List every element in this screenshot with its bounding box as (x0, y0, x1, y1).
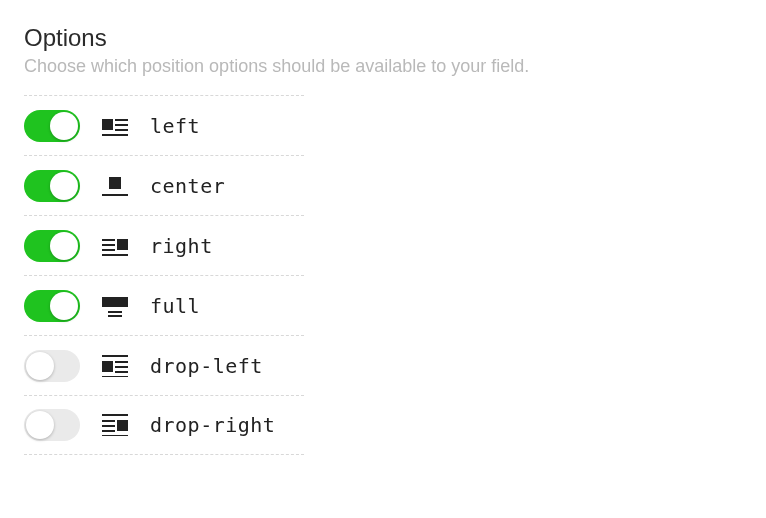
toggle-full[interactable] (24, 290, 80, 322)
option-label-drop-left: drop-left (150, 354, 263, 378)
svg-rect-18 (115, 366, 128, 368)
option-row-drop-right: drop-right (24, 395, 304, 455)
align-drop-left-icon (102, 355, 128, 377)
svg-rect-21 (102, 414, 128, 416)
option-row-center: center (24, 155, 304, 215)
svg-rect-2 (115, 124, 128, 126)
svg-rect-16 (102, 361, 113, 372)
option-label-center: center (150, 174, 225, 198)
svg-rect-12 (102, 297, 128, 307)
svg-rect-3 (115, 129, 128, 131)
toggle-drop-right[interactable] (24, 409, 80, 441)
align-full-icon (102, 295, 128, 317)
toggle-right[interactable] (24, 230, 80, 262)
align-drop-right-icon (102, 414, 128, 436)
svg-rect-5 (109, 177, 121, 189)
option-label-full: full (150, 294, 200, 318)
svg-rect-0 (102, 119, 113, 130)
svg-rect-7 (117, 239, 128, 250)
svg-rect-25 (102, 430, 115, 432)
svg-rect-19 (115, 371, 128, 373)
svg-rect-23 (102, 420, 115, 422)
svg-rect-26 (102, 435, 128, 436)
svg-rect-10 (102, 249, 115, 251)
svg-rect-17 (115, 361, 128, 363)
toggle-center[interactable] (24, 170, 80, 202)
svg-rect-8 (102, 239, 115, 241)
options-description: Choose which position options should be … (24, 56, 742, 77)
options-list: left center right (24, 95, 742, 455)
align-left-icon (102, 115, 128, 137)
svg-rect-14 (108, 315, 122, 317)
toggle-drop-left[interactable] (24, 350, 80, 382)
option-row-drop-left: drop-left (24, 335, 304, 395)
svg-rect-11 (102, 254, 128, 256)
option-row-right: right (24, 215, 304, 275)
align-right-icon (102, 235, 128, 257)
option-row-left: left (24, 95, 304, 155)
svg-rect-1 (115, 119, 128, 121)
option-label-drop-right: drop-right (150, 413, 275, 437)
svg-rect-15 (102, 355, 128, 357)
svg-rect-24 (102, 425, 115, 427)
option-row-full: full (24, 275, 304, 335)
align-center-icon (102, 175, 128, 197)
svg-rect-4 (102, 134, 128, 136)
svg-rect-6 (102, 194, 128, 196)
svg-rect-13 (108, 311, 122, 313)
toggle-left[interactable] (24, 110, 80, 142)
option-label-left: left (150, 114, 200, 138)
option-label-right: right (150, 234, 213, 258)
svg-rect-22 (117, 420, 128, 431)
options-heading: Options (24, 24, 742, 52)
svg-rect-20 (102, 376, 128, 377)
svg-rect-9 (102, 244, 115, 246)
